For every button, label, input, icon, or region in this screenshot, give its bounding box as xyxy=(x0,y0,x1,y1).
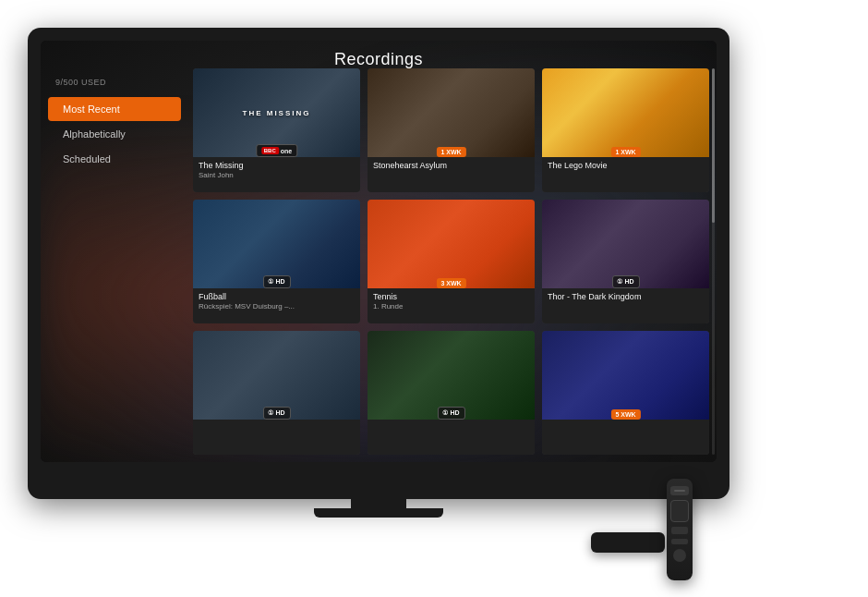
channel-badge-hd-2: ① HD xyxy=(611,275,639,288)
grid-item-subtitle: Rückspiel: MSV Duisburg –... xyxy=(199,302,355,311)
channel-badge-orange-2: 1 XWK xyxy=(610,147,640,157)
scrollbar xyxy=(712,68,715,455)
grid-item-info-stonehearst: Stonehearst Asylum xyxy=(368,157,535,192)
sidebar-item-most-recent[interactable]: Most Recent xyxy=(48,97,181,121)
grid-item-subtitle: Saint John xyxy=(199,171,355,179)
sidebar-item-alphabetically[interactable]: Alphabetically xyxy=(48,122,181,146)
channel-badge-orange-4: 5 XWK xyxy=(610,409,640,420)
remote-touch-pad[interactable] xyxy=(670,500,689,522)
thumbnail-tennis xyxy=(368,200,535,288)
grid-item-info-the-missing: The Missing Saint John xyxy=(193,157,360,192)
grid-container: BBC one The Missing Saint John 1 XWK xyxy=(193,68,709,455)
grid-item-title: The Lego Movie xyxy=(548,161,704,170)
grid-item-title: The Missing xyxy=(199,161,355,170)
tv-stand-base xyxy=(314,508,443,518)
grid-item-fussball[interactable]: ① HD Fußball Rückspiel: MSV Duisburg –..… xyxy=(193,200,360,323)
channel-badge-hd-4: ① HD xyxy=(437,407,464,420)
apple-tv-remote xyxy=(667,479,693,580)
channel-name: one xyxy=(281,148,292,154)
channel-badge-orange-3: 3 XWK xyxy=(436,278,465,288)
remote-top-section xyxy=(670,486,689,495)
remote-play-button[interactable] xyxy=(673,549,686,562)
grid-item-the-missing[interactable]: BBC one The Missing Saint John xyxy=(193,68,360,192)
channel-badge-orange-1: 1 XWK xyxy=(436,147,465,157)
remote-home-button[interactable] xyxy=(671,539,688,544)
grid-item-lego[interactable]: 1 XWK The Lego Movie xyxy=(542,68,709,192)
bbc-logo: BBC xyxy=(261,147,279,154)
grid-item-info-thor: Thor - The Dark Kingdom xyxy=(542,288,709,323)
storage-info: 9/500 USED xyxy=(41,78,188,96)
grid-item-info-stadium xyxy=(542,420,709,455)
grid-item-tennis[interactable]: 3 XWK Tennis 1. Runde xyxy=(368,200,535,323)
thumbnail-stadium xyxy=(542,331,709,420)
sidebar: 9/500 USED Most Recent Alphabetically Sc… xyxy=(41,68,188,181)
tv-screen: Recordings 9/500 USED Most Recent Alphab… xyxy=(41,41,717,462)
thumbnail-lego xyxy=(542,68,709,157)
sidebar-item-scheduled[interactable]: Scheduled xyxy=(48,147,181,171)
channel-badge-hd-3: ① HD xyxy=(262,407,290,420)
scene: Recordings 9/500 USED Most Recent Alphab… xyxy=(0,0,868,597)
tv-bezel: Recordings 9/500 USED Most Recent Alphab… xyxy=(41,41,717,462)
channel-badge-hd-1: ① HD xyxy=(262,275,290,288)
recordings-grid: BBC one The Missing Saint John 1 XWK xyxy=(193,68,709,455)
grid-item-subtitle: 1. Runde xyxy=(373,302,529,311)
grid-item-stonehearst[interactable]: 1 XWK Stonehearst Asylum xyxy=(368,68,535,192)
grid-item-title: Thor - The Dark Kingdom xyxy=(548,292,704,301)
grid-item-info-fussball: Fußball Rückspiel: MSV Duisburg –... xyxy=(193,288,360,323)
grid-item-info-soccer2 xyxy=(368,420,535,455)
grid-item-title: Fußball xyxy=(199,292,355,301)
grid-item-title: Tennis xyxy=(373,292,529,301)
remote-menu-button[interactable] xyxy=(671,527,688,534)
scroll-thumb xyxy=(712,68,715,223)
channel-badge-bbc: BBC one xyxy=(256,144,297,157)
grid-item-info-medical xyxy=(193,420,360,455)
grid-item-stadium[interactable]: 5 XWK xyxy=(542,331,709,455)
grid-item-title: Stonehearst Asylum xyxy=(373,161,529,170)
grid-item-medical[interactable]: ① HD xyxy=(193,331,360,455)
grid-item-info-lego: The Lego Movie xyxy=(542,157,709,192)
page-title: Recordings xyxy=(41,50,717,69)
apple-tv-box xyxy=(591,532,665,553)
thumbnail-stonehearst xyxy=(368,68,535,157)
grid-item-soccer2[interactable]: ① HD xyxy=(368,331,535,455)
grid-item-info-tennis: Tennis 1. Runde xyxy=(368,288,535,323)
tv-body: Recordings 9/500 USED Most Recent Alphab… xyxy=(28,28,729,499)
grid-item-thor[interactable]: ① HD Thor - The Dark Kingdom xyxy=(542,200,709,323)
